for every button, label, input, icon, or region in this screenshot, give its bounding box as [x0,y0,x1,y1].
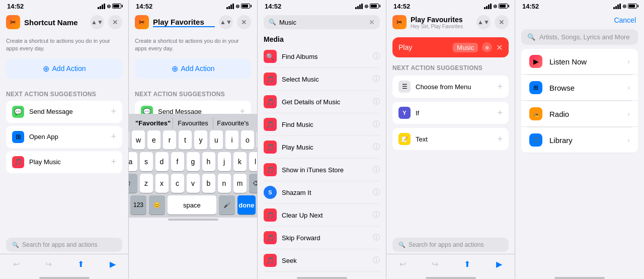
key-y[interactable]: y [194,130,207,150]
find-music-info[interactable]: ⓘ [373,120,380,129]
nsi-if[interactable]: Y If + [392,102,509,124]
search-clear-icon-3[interactable]: ✕ [369,18,375,26]
key-o[interactable]: o [241,130,254,150]
key-b[interactable]: b [202,174,215,193]
play-btn-1[interactable]: ▶ [106,257,120,271]
menu-button-2[interactable]: ▲▼ [219,15,233,29]
suggestion-plus-app-1[interactable]: + [111,131,116,142]
clear-next-info[interactable]: ⓘ [373,211,380,220]
add-action-button-1[interactable]: ⊕ Add Action [6,59,122,79]
key-k[interactable]: k [233,152,247,171]
key-t[interactable]: t [179,130,192,150]
music-item-show-itunes[interactable]: 🎵 Show in iTunes Store ⓘ [264,159,380,181]
search-input-wrap-3[interactable]: 🔍 Music ✕ [264,15,380,29]
action-music-token[interactable]: Music [453,43,478,52]
find-albums-info[interactable]: ⓘ [373,52,380,61]
music-item-play-music[interactable]: 🎵 Play Music ⓘ [264,136,380,159]
key-123[interactable]: 123 [130,195,146,215]
key-u[interactable]: u [210,130,223,150]
action-block-play[interactable]: Play Music ⊕ ✕ [392,37,509,57]
search-input-text-3[interactable]: Music [279,19,366,26]
action-clear-icon[interactable]: ✕ [496,43,503,52]
suggestion-send-message-2[interactable]: 💬 Send Message + [135,101,251,114]
key-space[interactable]: space [168,195,216,215]
itunes-browse[interactable]: ⊞ Browse › [521,75,638,101]
key-r[interactable]: r [163,130,176,150]
key-q[interactable]: q [129,130,129,150]
music-item-add-playlist[interactable]: 🎵 Add to Playlist ⓘ [264,272,380,276]
music-item-find-albums[interactable]: 🔍 Find Albums ⓘ [264,45,380,68]
music-item-select-music[interactable]: 🎵 Select Music ⓘ [264,68,380,91]
key-h[interactable]: h [202,152,215,171]
suggestion-plus-music-1[interactable]: + [111,157,116,167]
select-music-info[interactable]: ⓘ [373,75,380,84]
panel2-title[interactable]: Play Favorites [153,18,215,27]
shazam-info[interactable]: ⓘ [373,188,380,197]
music-item-seek[interactable]: 🎵 Seek ⓘ [264,249,380,272]
key-l[interactable]: l [249,152,258,171]
key-a[interactable]: a [129,152,137,171]
cancel-button[interactable]: Cancel [614,16,636,24]
music-item-shazam[interactable]: S Shazam It ⓘ [264,181,380,204]
key-shift[interactable]: ⇧ [129,174,137,193]
key-i[interactable]: i [225,130,238,150]
key-p[interactable]: p [257,130,258,150]
key-w[interactable]: w [132,130,145,150]
key-c[interactable]: c [171,174,184,193]
itunes-library[interactable]: 🎵 Library › [521,127,638,153]
play-btn-4[interactable]: ▶ [492,257,506,271]
key-mic[interactable]: 🎤 [219,195,235,215]
nsi-text[interactable]: 📝 Text + [392,128,509,150]
key-e[interactable]: e [147,130,160,150]
search-placeholder-1[interactable]: Search for apps and actions [22,241,116,248]
close-button-2[interactable]: ✕ [237,15,251,29]
suggestion-send-message-1[interactable]: 💬 Send Message + [6,101,122,123]
redo-btn-4[interactable]: ↪ [428,257,442,271]
itunes-listen-now[interactable]: ▶ Listen Now › [521,49,638,75]
close-button-4[interactable]: ✕ [495,15,509,29]
key-m[interactable]: m [233,174,247,193]
key-f[interactable]: f [171,152,184,171]
suggestion-plus-msg-2[interactable]: + [239,106,245,114]
key-g[interactable]: g [187,152,200,171]
key-delete[interactable]: ⌫ [249,174,258,193]
key-done[interactable]: done [237,195,256,215]
music-item-clear-next[interactable]: 🎵 Clear Up Next ⓘ [264,204,380,227]
nsi-choose-menu[interactable]: ☰ Choose from Menu + [392,76,509,98]
get-details-info[interactable]: ⓘ [373,97,380,106]
music-item-skip-forward[interactable]: 🎵 Skip Forward ⓘ [264,227,380,249]
share-btn-4[interactable]: ⬆ [460,257,474,271]
key-z[interactable]: z [140,174,153,193]
key-x[interactable]: x [155,174,169,193]
menu-button-1[interactable]: ▲▼ [90,15,104,29]
key-s[interactable]: s [140,152,153,171]
menu-button-4[interactable]: ▲▼ [476,15,491,29]
autocomplete-favourites2[interactable]: Favourite's [213,117,253,129]
autocomplete-favourites[interactable]: Favourites [173,117,213,129]
music-item-get-details[interactable]: 🎵 Get Details of Music ⓘ [264,91,380,113]
close-button-1[interactable]: ✕ [108,15,122,29]
skip-forward-info[interactable]: ⓘ [373,233,380,242]
autocomplete-favorites[interactable]: "Favorites" [133,117,173,129]
redo-btn-1[interactable]: ↪ [41,257,56,271]
itunes-search-placeholder[interactable]: Artists, Songs, Lyrics and More [539,33,629,41]
play-music-info[interactable]: ⓘ [373,143,380,152]
key-v[interactable]: v [187,174,200,193]
key-n[interactable]: n [218,174,231,193]
undo-btn-4[interactable]: ↩ [395,257,410,271]
key-emoji[interactable]: 😊 [149,195,165,215]
music-item-find-music[interactable]: 🎵 Find Music ⓘ [264,113,380,136]
if-plus[interactable]: + [497,108,503,118]
itunes-radio[interactable]: 📻 Radio › [521,101,638,127]
suggestion-play-music-1[interactable]: 🎵 Play Music + [6,151,122,173]
search-placeholder-4[interactable]: Search for apps and actions [409,241,503,248]
choosemenu-plus[interactable]: + [497,82,503,92]
share-btn-1[interactable]: ⬆ [73,257,88,271]
seek-info[interactable]: ⓘ [373,256,380,265]
suggestion-plus-msg-1[interactable]: + [111,106,116,117]
itunes-search-bar[interactable]: 🔍 Artists, Songs, Lyrics and More [521,29,638,45]
suggestion-open-app-1[interactable]: ⊞ Open App + [6,126,122,148]
add-action-button-2[interactable]: ⊕ Add Action [135,59,251,79]
show-itunes-info[interactable]: ⓘ [373,165,380,174]
text-plus[interactable]: + [497,134,503,145]
